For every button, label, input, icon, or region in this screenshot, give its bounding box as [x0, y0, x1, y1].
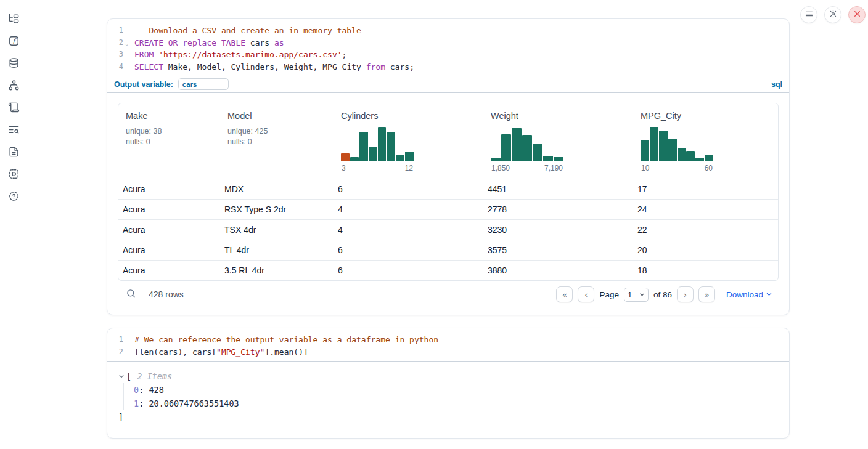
table-cell: 18: [633, 265, 778, 275]
column-header-model[interactable]: Modelunique: 425nulls: 0: [220, 103, 334, 179]
prev-page-button[interactable]: ‹: [578, 286, 594, 302]
sidebar-item-help[interactable]: [7, 190, 20, 204]
sql-code-lines[interactable]: -- Download a CSV and create an in-memor…: [128, 25, 789, 73]
code-token: [len(cars), cars[: [134, 347, 216, 357]
axis-min-label: 3: [342, 164, 346, 172]
table-search-button[interactable]: [126, 288, 136, 301]
code-token: OR: [168, 38, 178, 47]
code-token: 'https://datasets.marimo.app/cars.csv': [158, 50, 342, 59]
sql-code-editor[interactable]: 12⌄34 -- Download a CSV and create an in…: [107, 19, 789, 76]
histogram-bar: [491, 158, 501, 161]
sidebar-item-file-explorer[interactable]: [7, 13, 20, 26]
sidebar-item-scratchpad[interactable]: [7, 102, 20, 115]
table-cell: TSX 4dr: [220, 225, 334, 235]
histogram-bar: [350, 157, 359, 161]
sidebar-item-datasources[interactable]: [7, 57, 20, 71]
column-header-make[interactable]: Makeunique: 38nulls: 0: [118, 103, 220, 179]
histogram-bar: [678, 148, 686, 161]
histogram-bar: [650, 127, 658, 161]
shutdown-button[interactable]: [848, 6, 866, 23]
column-stat: nulls: 0: [126, 137, 215, 147]
table-cell: 3880: [483, 265, 633, 275]
table-cell: 20: [633, 245, 778, 255]
sql-cell: 12⌄34 -- Download a CSV and create an in…: [107, 18, 790, 315]
histogram-bar: [533, 144, 542, 161]
sidebar-item-documentation[interactable]: [7, 146, 20, 160]
close-x-icon: [853, 9, 862, 20]
python-code-lines[interactable]: # We can reference the output variable a…: [128, 334, 789, 358]
sidebar-item-variables[interactable]: ƒ: [7, 35, 20, 49]
column-header-weight[interactable]: Weight1,8507,190: [483, 103, 633, 179]
table-cell: 17: [633, 184, 778, 194]
python-code-editor[interactable]: 12 # We can reference the output variabl…: [107, 328, 789, 361]
last-page-button[interactable]: »: [698, 286, 715, 302]
tree-entry-value: 20.060747663551403: [149, 398, 239, 408]
code-line: [len(cars), cars["MPG_City"].mean()]: [134, 346, 789, 358]
histogram-bars: [341, 126, 414, 161]
histogram-bar: [359, 132, 368, 161]
code-token: Make, Model, Cylinders, Weight, MPG_City: [163, 62, 366, 71]
column-histogram: 1060: [641, 126, 713, 172]
line-number-gutter: 12⌄34: [107, 25, 128, 73]
column-header-mpg_city[interactable]: MPG_City1060: [633, 103, 778, 179]
histogram-axis-labels: 312: [341, 164, 414, 172]
file-tree-icon: [8, 13, 20, 26]
table-row: AcuraRSX Type S 2dr4277824: [118, 199, 778, 219]
code-token: cars: [245, 38, 274, 47]
code-line: SELECT Make, Model, Cylinders, Weight, M…: [134, 61, 789, 73]
code-token: TABLE: [221, 38, 245, 47]
snippets-code-icon: [8, 168, 20, 182]
page-select[interactable]: 1: [624, 288, 649, 302]
histogram-bar: [512, 128, 522, 161]
download-button[interactable]: Download: [726, 290, 772, 299]
table-header: Makeunique: 38nulls: 0Modelunique: 425nu…: [118, 103, 778, 179]
histogram-axis-labels: 1060: [641, 164, 713, 172]
histogram-bar: [554, 157, 563, 161]
output-variable-label: Output variable:: [114, 80, 173, 89]
sidebar-item-dependency-graph[interactable]: [7, 79, 20, 93]
tree-entry-key: 1: [134, 398, 139, 408]
column-stat: unique: 425: [227, 126, 329, 137]
table-row: Acura3.5 RL 4dr6388018: [118, 260, 778, 280]
line-number: 4: [107, 61, 128, 73]
menu-button[interactable]: [800, 6, 817, 23]
pagination: « ‹ Page 1 of 86 › » Download: [556, 286, 777, 302]
collapse-chevron-icon[interactable]: [118, 373, 125, 379]
tree-entry: 1: 20.060747663551403: [134, 397, 778, 410]
column-stat: nulls: 0: [227, 137, 329, 147]
chevron-down-icon: [766, 290, 772, 299]
python-cell: 12 # We can reference the output variabl…: [107, 328, 790, 439]
row-count: 428 rows: [149, 289, 184, 299]
tree-close-bracket: ]: [118, 410, 778, 424]
table-cell: RSX Type S 2dr: [220, 204, 334, 214]
histogram-bar: [686, 151, 695, 161]
histogram-bar: [405, 152, 414, 161]
page-select-value: 1: [628, 290, 632, 299]
code-token: FROM: [134, 50, 154, 59]
top-right-controls: [800, 6, 866, 23]
code-token: ].mean()]: [264, 347, 308, 357]
histogram-bar: [543, 156, 553, 161]
logs-search-icon: [8, 124, 20, 137]
table-cell: 4: [334, 225, 483, 235]
table-cell: Acura: [118, 184, 220, 194]
histogram-bar: [341, 153, 350, 161]
tree-open-bracket: [: [126, 370, 131, 383]
sidebar-item-snippets[interactable]: [7, 168, 20, 182]
next-page-button[interactable]: ›: [677, 286, 694, 302]
column-header-cylinders[interactable]: Cylinders312: [334, 103, 483, 179]
settings-button[interactable]: [824, 6, 841, 23]
table-cell: Acura: [118, 204, 220, 214]
output-variable-input[interactable]: [178, 78, 229, 90]
table-cell: 3230: [483, 225, 633, 235]
code-token: ;: [342, 50, 347, 59]
histogram-bar: [522, 135, 532, 161]
first-page-button[interactable]: «: [556, 286, 573, 302]
line-number: 1: [107, 25, 128, 37]
table-cell: TL 4dr: [220, 245, 334, 255]
histogram-bar: [387, 132, 395, 161]
table-cell: 4451: [483, 184, 633, 194]
table-cell: 24: [633, 204, 778, 214]
search-icon: [126, 288, 136, 301]
sidebar-item-logs[interactable]: [7, 124, 20, 137]
